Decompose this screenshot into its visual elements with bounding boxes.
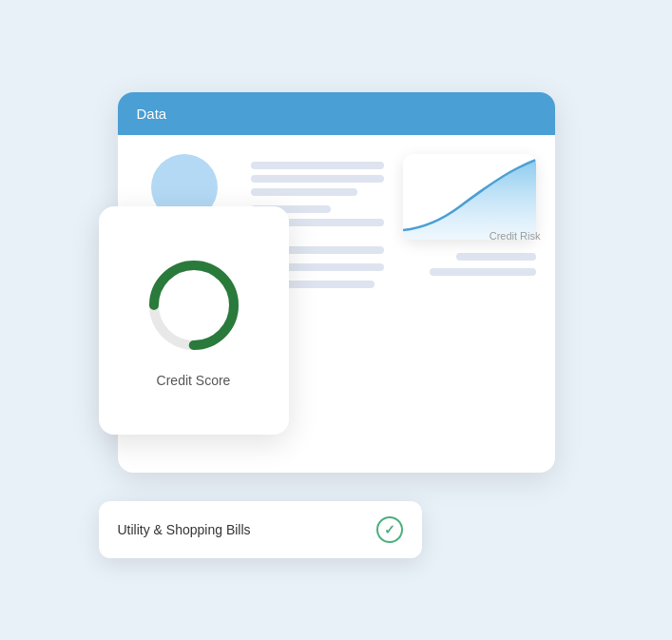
check-circle-icon: ✓ bbox=[376, 516, 403, 543]
scene: Data bbox=[61, 54, 612, 587]
credit-risk-label: Credit Risk bbox=[490, 230, 541, 242]
data-right-column bbox=[403, 154, 536, 289]
skeleton-line bbox=[251, 188, 357, 196]
skeleton-line bbox=[430, 268, 536, 276]
chart-card bbox=[403, 154, 536, 240]
donut-svg bbox=[142, 253, 246, 358]
data-card-header: Data bbox=[118, 92, 555, 135]
utility-label: Utility & Shopping Bills bbox=[118, 522, 251, 537]
skeleton-line bbox=[251, 162, 384, 169]
skeleton-line bbox=[456, 253, 536, 261]
credit-score-card: Credit Score bbox=[99, 206, 289, 435]
skeleton-group-1 bbox=[251, 162, 384, 196]
checkmark-icon: ✓ bbox=[384, 523, 395, 536]
data-card-title: Data bbox=[137, 106, 167, 122]
credit-score-donut bbox=[142, 253, 246, 358]
utility-card[interactable]: Utility & Shopping Bills ✓ bbox=[99, 501, 422, 558]
credit-score-label: Credit Score bbox=[157, 373, 231, 388]
skeleton-line bbox=[251, 175, 384, 183]
chart-svg bbox=[403, 154, 536, 240]
